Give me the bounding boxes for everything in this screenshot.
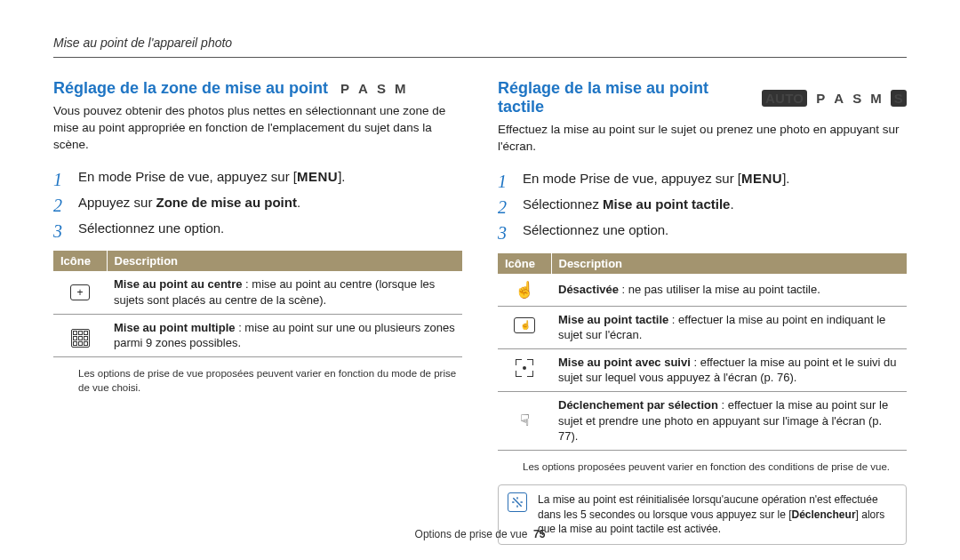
menu-label: MENU xyxy=(297,169,338,184)
left-step-2: Appuyez sur Zone de mise au point. xyxy=(53,192,462,212)
table-row: Mise au point multiple : mise au point s… xyxy=(53,314,462,356)
th-icon: Icône xyxy=(498,253,551,274)
mode-a: A xyxy=(834,91,844,106)
left-heading: Réglage de la zone de mise au point P A … xyxy=(53,79,462,98)
touch-shutter-icon: ☟ xyxy=(520,412,530,429)
left-table: Icône Description + Mise au point au cen… xyxy=(53,251,462,356)
right-heading-text: Réglage de la mise au point tactile xyxy=(498,79,749,116)
left-column: Réglage de la zone de mise au point P A … xyxy=(53,79,462,545)
mode-m: M xyxy=(870,91,882,106)
mode-s: S xyxy=(377,81,386,96)
left-steps: En mode Prise de vue, appuyez sur [MENU]… xyxy=(53,166,462,239)
s-pill-icon: S xyxy=(891,90,907,107)
mode-p: P xyxy=(340,81,349,96)
table-row: Mise au point tactile : effectuer la mis… xyxy=(498,306,907,348)
th-desc: Description xyxy=(107,251,462,271)
table-row: + Mise au point au centre : mise au poin… xyxy=(53,271,462,314)
tracking-focus-icon xyxy=(516,359,533,377)
touch-focus-icon xyxy=(514,317,535,333)
right-column: Réglage de la mise au point tactile AUTO… xyxy=(498,79,907,545)
auto-pill-icon: AUTO xyxy=(762,90,807,107)
menu-label: MENU xyxy=(741,171,782,186)
multi-focus-icon xyxy=(71,329,90,348)
mode-m: M xyxy=(395,81,406,96)
right-mode-badges: AUTO P A S M S xyxy=(762,90,907,107)
touch-off-icon: ☝ xyxy=(515,281,534,299)
left-footnote: Les options de prise de vue proposées pe… xyxy=(53,366,462,395)
right-intro: Effectuez la mise au point sur le sujet … xyxy=(498,122,907,156)
breadcrumb: Mise au point de l'appareil photo xyxy=(53,36,907,50)
mode-p: P xyxy=(816,91,825,106)
right-step-2: Sélectionnez Mise au point tactile. xyxy=(498,194,907,214)
table-row: ☝ Désactivée : ne pas utiliser la mise a… xyxy=(498,274,907,307)
page-footer: Options de prise de vue 75 xyxy=(0,528,960,540)
right-footnote: Les options proposées peuvent varier en … xyxy=(498,460,907,474)
left-step-3: Sélectionnez une option. xyxy=(53,218,462,238)
divider xyxy=(53,57,907,58)
right-step-3: Sélectionnez une option. xyxy=(498,220,907,240)
right-step-1: En mode Prise de vue, appuyez sur [MENU]… xyxy=(498,168,907,188)
right-heading: Réglage de la mise au point tactile AUTO… xyxy=(498,79,907,116)
center-focus-icon: + xyxy=(70,284,90,300)
left-heading-text: Réglage de la zone de mise au point xyxy=(53,79,328,98)
th-icon: Icône xyxy=(53,251,107,271)
table-row: Mise au point avec suivi : effectuer la … xyxy=(498,348,907,391)
right-steps: En mode Prise de vue, appuyez sur [MENU]… xyxy=(498,168,907,241)
right-table: Icône Description ☝ Désactivée : ne pas … xyxy=(498,253,907,451)
table-row: ☟ Déclenchement par sélection : effectue… xyxy=(498,392,907,451)
mode-a: A xyxy=(358,81,368,96)
info-icon xyxy=(508,492,527,512)
left-step-1: En mode Prise de vue, appuyez sur [MENU]… xyxy=(53,166,462,187)
mode-s: S xyxy=(852,91,861,106)
left-intro: Vous pouvez obtenir des photos plus nett… xyxy=(53,103,462,154)
th-desc: Description xyxy=(551,253,907,274)
left-mode-badges: P A S M xyxy=(340,81,405,96)
